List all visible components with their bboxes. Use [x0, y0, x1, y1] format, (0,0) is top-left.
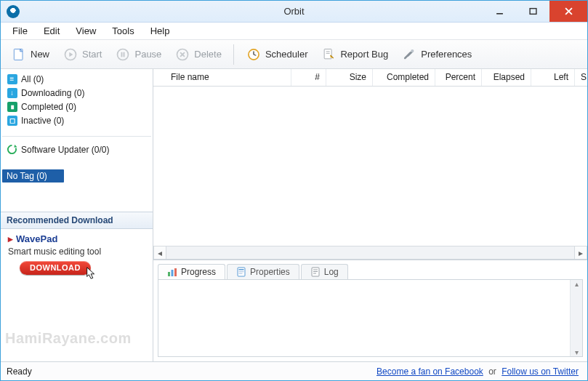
svg-marker-7	[69, 52, 73, 57]
svg-rect-29	[239, 273, 243, 274]
svg-rect-25	[174, 268, 177, 276]
vertical-scrollbar[interactable]: ▴ ▾	[570, 280, 582, 356]
status-bar: Ready Become a fan on Facebook or Follow…	[1, 361, 587, 380]
col-percent[interactable]: Percent	[435, 69, 482, 86]
reco-desc: Smart music editing tool	[8, 246, 145, 257]
delete-button[interactable]: Delete	[170, 44, 226, 65]
start-button[interactable]: Start	[58, 44, 106, 65]
reco-title-text: WavePad	[16, 233, 57, 244]
window-title: Orbit	[1, 6, 587, 17]
sidebar-notag-label: No Tag (0)	[7, 171, 47, 181]
svg-rect-24	[172, 270, 174, 276]
status-text: Ready	[7, 366, 32, 377]
status-or: or	[488, 366, 496, 377]
menu-view[interactable]: View	[68, 23, 103, 39]
recommended-header: Recommended Download	[1, 212, 153, 229]
svg-point-8	[118, 49, 129, 60]
sidebar-item-label: Completed (0)	[21, 102, 76, 112]
chart-icon	[167, 267, 177, 277]
svg-rect-27	[239, 269, 244, 270]
tab-log-label: Log	[324, 267, 339, 277]
menu-help[interactable]: Help	[143, 23, 177, 39]
report-bug-label: Report Bug	[340, 49, 388, 60]
properties-icon	[236, 267, 246, 277]
col-number[interactable]: #	[291, 69, 326, 86]
horizontal-scrollbar[interactable]: ◂ ▸	[153, 246, 587, 259]
sidebar-item-updater[interactable]: Software Updater (0/0)	[1, 143, 153, 156]
col-speed[interactable]: S	[575, 69, 587, 86]
col-elapsed[interactable]: Elapsed	[482, 69, 531, 86]
sidebar-item-all[interactable]: ≡ All (0)	[1, 72, 153, 86]
tab-progress[interactable]: Progress	[158, 264, 225, 280]
svg-rect-10	[124, 52, 125, 57]
preferences-label: Preferences	[421, 49, 472, 60]
sidebar-item-label: Downloading (0)	[21, 88, 84, 98]
title-bar: Orbit	[1, 1, 587, 23]
new-label: New	[31, 49, 49, 60]
menu-bar: File Edit View Tools Help	[1, 23, 587, 40]
tab-log[interactable]: Log	[301, 264, 348, 280]
facebook-link[interactable]: Become a fan on Facebook	[376, 366, 483, 377]
tab-properties-label: Properties	[250, 267, 290, 277]
toolbar: New Start Pause Delete Scheduler	[1, 40, 587, 69]
sidebar-item-inactive[interactable]: ◻ Inactive (0)	[1, 113, 153, 127]
col-left[interactable]: Left	[531, 69, 575, 86]
svg-point-21	[411, 49, 414, 52]
scroll-right-icon[interactable]: ▸	[574, 246, 587, 260]
clock-icon	[246, 47, 262, 63]
menu-edit[interactable]: Edit	[36, 23, 67, 39]
menu-file[interactable]: File	[5, 23, 35, 39]
new-icon	[11, 47, 27, 63]
pause-icon	[115, 47, 131, 63]
download-button-label: DOWNLOAD	[30, 263, 81, 272]
menu-tools[interactable]: Tools	[105, 23, 141, 39]
bug-report-icon	[321, 47, 337, 63]
arrow-right-icon: ▸	[8, 233, 13, 244]
main-panel: File name # Size Completed Percent Elaps…	[153, 69, 587, 361]
tab-properties[interactable]: Properties	[227, 264, 299, 280]
col-completed[interactable]: Completed	[373, 69, 435, 86]
watermark: HamiRayane.com	[5, 330, 148, 347]
reco-title[interactable]: ▸WavePad	[8, 233, 145, 244]
twitter-link[interactable]: Follow us on Twitter	[502, 366, 579, 377]
scroll-left-icon[interactable]: ◂	[153, 246, 166, 260]
svg-rect-28	[239, 271, 244, 272]
download-icon: ↓	[7, 87, 17, 98]
scheduler-label: Scheduler	[265, 49, 308, 60]
sidebar-item-downloading[interactable]: ↓ Downloading (0)	[1, 86, 153, 100]
new-button[interactable]: New	[7, 44, 54, 65]
col-size[interactable]: Size	[326, 69, 373, 86]
cursor-icon	[85, 266, 98, 279]
sidebar-updater-label: Software Updater (0/0)	[21, 145, 109, 155]
tab-progress-label: Progress	[181, 267, 216, 277]
pause-label: Pause	[134, 49, 161, 60]
inactive-icon: ◻	[7, 115, 17, 126]
detail-tabs: Progress Properties Log	[153, 260, 587, 279]
sidebar-item-label: Inactive (0)	[21, 116, 64, 126]
list-icon: ≡	[7, 73, 17, 84]
delete-icon	[174, 47, 190, 63]
scheduler-button[interactable]: Scheduler	[241, 44, 313, 65]
sidebar-separator	[2, 136, 151, 137]
download-grid: File name # Size Completed Percent Elaps…	[153, 69, 587, 260]
col-filename[interactable]: File name	[153, 69, 291, 86]
sidebar: ≡ All (0) ↓ Downloading (0) ∎ Completed …	[1, 69, 153, 361]
tools-icon	[401, 47, 417, 63]
completed-icon: ∎	[7, 101, 17, 112]
sidebar-item-completed[interactable]: ∎ Completed (0)	[1, 100, 153, 113]
sidebar-item-label: All (0)	[21, 74, 44, 84]
sidebar-item-notag[interactable]: No Tag (0)	[2, 169, 64, 183]
refresh-icon	[7, 144, 17, 155]
preferences-button[interactable]: Preferences	[397, 44, 476, 65]
toolbar-separator	[233, 44, 234, 65]
report-bug-button[interactable]: Report Bug	[316, 44, 392, 65]
play-icon	[63, 47, 78, 63]
detail-pane: Progress Properties Log	[153, 260, 587, 361]
svg-rect-9	[121, 52, 123, 57]
scroll-up-icon[interactable]: ▴	[575, 280, 579, 288]
svg-marker-22	[14, 145, 17, 148]
pause-button[interactable]: Pause	[110, 44, 166, 65]
download-button[interactable]: DOWNLOAD	[20, 261, 91, 275]
scroll-down-icon[interactable]: ▾	[575, 348, 579, 356]
log-icon	[310, 267, 321, 277]
